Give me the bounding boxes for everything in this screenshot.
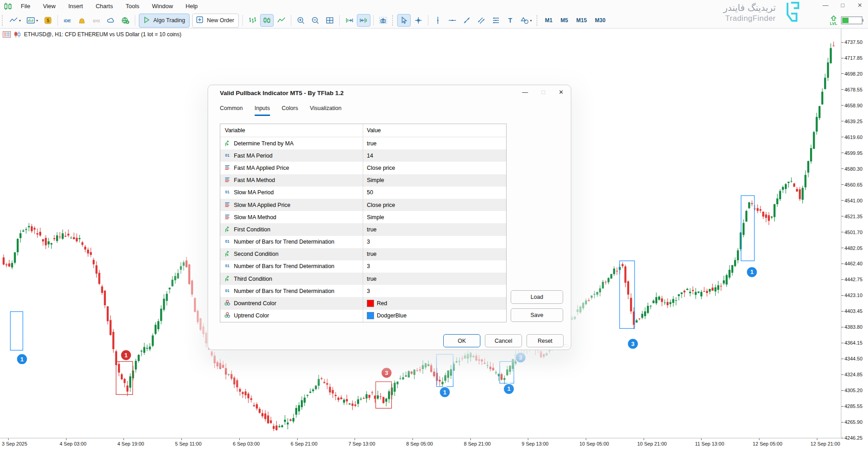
cursor-icon[interactable] [397, 14, 411, 27]
signals-icon[interactable]: ((o)) [90, 14, 103, 27]
variable-value[interactable]: 14 [363, 149, 506, 162]
cloud-icon[interactable] [104, 14, 118, 27]
reset-button[interactable]: Reset [526, 334, 564, 347]
chart-type-icon[interactable]: ▾ [7, 14, 23, 27]
variable-value[interactable]: true [363, 273, 506, 285]
trendline-icon[interactable] [460, 14, 474, 27]
variable-value[interactable]: 3 [363, 285, 506, 297]
tile-windows-icon[interactable] [323, 14, 337, 27]
table-row[interactable]: 01Slow MA Period 50 [220, 187, 506, 199]
candle-chart-mode-icon[interactable] [260, 14, 274, 27]
timeframe-m15-button[interactable]: M15 [573, 15, 590, 25]
screenshot-camera-icon[interactable] [376, 14, 390, 27]
line-chart-mode-icon[interactable] [275, 14, 288, 27]
save-button[interactable]: Save [511, 308, 563, 322]
dropdown-caret-icon[interactable]: ▾ [36, 19, 38, 23]
text-label-icon[interactable]: T [503, 14, 517, 27]
level-indicator[interactable]: LVL [830, 15, 864, 25]
symbols-dollar-icon[interactable]: $ [41, 14, 55, 27]
tab-common[interactable]: Common [220, 105, 243, 116]
vertical-line-icon[interactable] [431, 14, 445, 27]
variable-value[interactable]: 3 [363, 236, 506, 248]
equidistant-channel-icon[interactable] [474, 14, 488, 27]
int-icon: 01 [223, 262, 231, 271]
zoom-in-icon[interactable] [294, 14, 308, 27]
table-row[interactable]: Slow MA Applied Price Close price [220, 199, 506, 211]
menu-file[interactable]: File [14, 0, 37, 13]
fibonacci-retracement-icon[interactable] [489, 14, 503, 27]
timeframe-m1-button[interactable]: M1 [542, 15, 556, 25]
variable-value[interactable]: Simple [363, 211, 506, 223]
close-button[interactable]: ✕ [856, 2, 863, 9]
community-icon[interactable] [119, 14, 132, 27]
table-row[interactable]: Third Condition true [220, 273, 506, 285]
bar-chart-mode-icon[interactable] [246, 14, 259, 27]
variable-value[interactable]: true [363, 248, 506, 260]
cancel-button[interactable]: Cancel [485, 334, 522, 347]
table-row[interactable]: Uptrend Color DodgerBlue [220, 310, 506, 322]
indicator-window-icon[interactable]: ▾ [24, 14, 40, 27]
variable-value[interactable]: Red [363, 297, 506, 309]
price-axis-label: 4737.50 [841, 39, 868, 45]
dialog-close-button[interactable]: ✕ [559, 89, 564, 96]
tab-colors[interactable]: Colors [282, 105, 298, 116]
variable-value[interactable]: 3 [363, 260, 506, 273]
table-row[interactable]: Downtrend Color Red [220, 297, 506, 309]
variable-value[interactable]: Simple [363, 174, 506, 187]
brand-name-english: TradingFinder [723, 14, 776, 23]
variable-value[interactable]: true [363, 137, 506, 149]
dropdown-caret-icon[interactable]: ▾ [19, 19, 21, 23]
timeframe-m30-button[interactable]: M30 [592, 15, 608, 25]
dropdown-caret-icon[interactable]: ▾ [530, 19, 532, 23]
dialog-title: Valid Pullback Indicator MT5 - By TFlab … [220, 90, 344, 96]
load-button[interactable]: Load [511, 290, 563, 304]
dialog-minimize-button[interactable]: — [522, 89, 528, 96]
variable-value[interactable]: Close price [363, 162, 506, 174]
menu-charts[interactable]: Charts [89, 0, 119, 13]
variable-value[interactable]: Close price [363, 199, 506, 211]
shapes-icon[interactable]: ▾ [518, 14, 534, 27]
price-axis[interactable]: 4737.504717.854698.204678.554658.904639.… [841, 29, 868, 439]
menu-view[interactable]: View [37, 0, 62, 13]
table-row[interactable]: Determine Trend by MA true [220, 137, 506, 149]
horizontal-line-icon[interactable] [446, 14, 459, 27]
crosshair-icon[interactable] [412, 14, 425, 27]
new-order-button[interactable]: New Order [192, 14, 238, 28]
depth-of-market-icon[interactable] [3, 31, 11, 38]
dialog-resize-grip[interactable]: ∙∙∙∙∙ [564, 343, 569, 348]
maximize-button[interactable]: □ [839, 2, 846, 9]
tab-visualization[interactable]: Visualization [310, 105, 342, 116]
one-click-trading-icon[interactable] [14, 31, 21, 38]
timeframe-m5-button[interactable]: M5 [557, 15, 571, 25]
minimize-button[interactable]: — [822, 2, 829, 9]
ok-button[interactable]: OK [443, 334, 480, 347]
menu-window[interactable]: Window [146, 0, 179, 13]
table-row[interactable]: 01Fast MA Period 14 [220, 149, 506, 162]
zoom-out-icon[interactable] [308, 14, 322, 27]
table-row[interactable]: Second Condition true [220, 248, 506, 260]
dialog-maximize-button[interactable]: □ [541, 89, 545, 96]
menu-help[interactable]: Help [179, 0, 204, 13]
menu-insert[interactable]: Insert [62, 0, 90, 13]
variable-value[interactable]: DodgerBlue [363, 310, 506, 322]
int-icon: 01 [223, 151, 231, 160]
table-row[interactable]: Fast MA Method Simple [220, 174, 506, 187]
time-axis[interactable]: 3 Sep 2025 4 Sep 03:00 4 Sep 19:00 5 Sep… [0, 438, 841, 451]
algo-trading-button[interactable]: Algo Trading [139, 14, 190, 28]
market-bag-icon[interactable] [75, 14, 89, 27]
table-row[interactable]: Slow MA Method Simple [220, 211, 506, 223]
table-row[interactable]: Fast MA Applied Price Close price [220, 162, 506, 174]
table-row[interactable]: 01Number of Bars for Trend Determination… [220, 260, 506, 273]
metaeditor-ide-icon[interactable]: IDE [61, 14, 74, 27]
dialog-title-bar[interactable]: Valid Pullback Indicator MT5 - By TFlab … [208, 85, 571, 102]
chart-shift-icon[interactable] [357, 14, 370, 27]
table-row[interactable]: First Condition true [220, 223, 506, 235]
table-row[interactable]: 01Number of Bars for Trend Determination… [220, 236, 506, 248]
menu-tools[interactable]: Tools [119, 0, 146, 13]
auto-scroll-icon[interactable] [342, 14, 356, 27]
variable-value[interactable]: true [363, 223, 506, 235]
table-row[interactable]: 01Number of Bars for Trend Determination… [220, 285, 506, 297]
int-icon: 01 [223, 287, 231, 296]
tab-inputs[interactable]: Inputs [255, 105, 270, 116]
variable-value[interactable]: 50 [363, 187, 506, 199]
